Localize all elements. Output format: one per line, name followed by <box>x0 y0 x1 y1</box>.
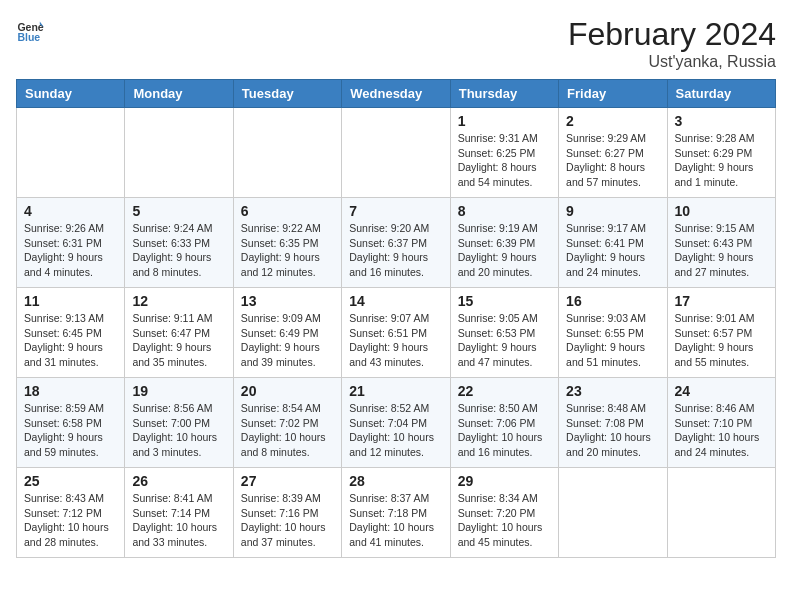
day-info: Sunrise: 9:26 AMSunset: 6:31 PMDaylight:… <box>24 221 117 280</box>
day-number: 5 <box>132 203 225 219</box>
calendar-cell: 20Sunrise: 8:54 AMSunset: 7:02 PMDayligh… <box>233 378 341 468</box>
day-number: 4 <box>24 203 117 219</box>
day-number: 12 <box>132 293 225 309</box>
calendar-cell: 10Sunrise: 9:15 AMSunset: 6:43 PMDayligh… <box>667 198 775 288</box>
day-number: 15 <box>458 293 551 309</box>
day-number: 13 <box>241 293 334 309</box>
day-number: 20 <box>241 383 334 399</box>
day-number: 10 <box>675 203 768 219</box>
calendar-week-1: 1Sunrise: 9:31 AMSunset: 6:25 PMDaylight… <box>17 108 776 198</box>
day-number: 2 <box>566 113 659 129</box>
calendar-cell: 18Sunrise: 8:59 AMSunset: 6:58 PMDayligh… <box>17 378 125 468</box>
day-info: Sunrise: 8:41 AMSunset: 7:14 PMDaylight:… <box>132 491 225 550</box>
calendar-cell <box>667 468 775 558</box>
day-info: Sunrise: 8:48 AMSunset: 7:08 PMDaylight:… <box>566 401 659 460</box>
day-info: Sunrise: 8:59 AMSunset: 6:58 PMDaylight:… <box>24 401 117 460</box>
title-block: February 2024 Ust'yanka, Russia <box>568 16 776 71</box>
day-info: Sunrise: 9:19 AMSunset: 6:39 PMDaylight:… <box>458 221 551 280</box>
day-number: 27 <box>241 473 334 489</box>
day-number: 7 <box>349 203 442 219</box>
day-header-saturday: Saturday <box>667 80 775 108</box>
day-info: Sunrise: 9:31 AMSunset: 6:25 PMDaylight:… <box>458 131 551 190</box>
calendar-cell: 3Sunrise: 9:28 AMSunset: 6:29 PMDaylight… <box>667 108 775 198</box>
logo-icon: General Blue <box>16 16 44 44</box>
day-info: Sunrise: 9:03 AMSunset: 6:55 PMDaylight:… <box>566 311 659 370</box>
calendar-cell: 8Sunrise: 9:19 AMSunset: 6:39 PMDaylight… <box>450 198 558 288</box>
calendar-cell: 4Sunrise: 9:26 AMSunset: 6:31 PMDaylight… <box>17 198 125 288</box>
day-info: Sunrise: 9:05 AMSunset: 6:53 PMDaylight:… <box>458 311 551 370</box>
day-number: 25 <box>24 473 117 489</box>
calendar-week-5: 25Sunrise: 8:43 AMSunset: 7:12 PMDayligh… <box>17 468 776 558</box>
day-info: Sunrise: 9:20 AMSunset: 6:37 PMDaylight:… <box>349 221 442 280</box>
calendar-cell: 26Sunrise: 8:41 AMSunset: 7:14 PMDayligh… <box>125 468 233 558</box>
calendar-cell: 9Sunrise: 9:17 AMSunset: 6:41 PMDaylight… <box>559 198 667 288</box>
calendar-cell <box>342 108 450 198</box>
day-header-friday: Friday <box>559 80 667 108</box>
day-number: 8 <box>458 203 551 219</box>
calendar-cell: 2Sunrise: 9:29 AMSunset: 6:27 PMDaylight… <box>559 108 667 198</box>
day-info: Sunrise: 8:54 AMSunset: 7:02 PMDaylight:… <box>241 401 334 460</box>
day-number: 21 <box>349 383 442 399</box>
day-number: 16 <box>566 293 659 309</box>
day-info: Sunrise: 8:46 AMSunset: 7:10 PMDaylight:… <box>675 401 768 460</box>
day-number: 23 <box>566 383 659 399</box>
calendar-cell: 13Sunrise: 9:09 AMSunset: 6:49 PMDayligh… <box>233 288 341 378</box>
day-header-tuesday: Tuesday <box>233 80 341 108</box>
calendar-cell <box>559 468 667 558</box>
day-number: 17 <box>675 293 768 309</box>
day-number: 24 <box>675 383 768 399</box>
logo: General Blue <box>16 16 44 44</box>
calendar-cell: 19Sunrise: 8:56 AMSunset: 7:00 PMDayligh… <box>125 378 233 468</box>
day-number: 29 <box>458 473 551 489</box>
calendar-cell: 1Sunrise: 9:31 AMSunset: 6:25 PMDaylight… <box>450 108 558 198</box>
day-info: Sunrise: 8:43 AMSunset: 7:12 PMDaylight:… <box>24 491 117 550</box>
calendar-cell: 24Sunrise: 8:46 AMSunset: 7:10 PMDayligh… <box>667 378 775 468</box>
day-info: Sunrise: 9:24 AMSunset: 6:33 PMDaylight:… <box>132 221 225 280</box>
day-info: Sunrise: 9:22 AMSunset: 6:35 PMDaylight:… <box>241 221 334 280</box>
day-info: Sunrise: 8:50 AMSunset: 7:06 PMDaylight:… <box>458 401 551 460</box>
calendar-cell: 21Sunrise: 8:52 AMSunset: 7:04 PMDayligh… <box>342 378 450 468</box>
day-number: 6 <box>241 203 334 219</box>
calendar-cell: 12Sunrise: 9:11 AMSunset: 6:47 PMDayligh… <box>125 288 233 378</box>
calendar-week-3: 11Sunrise: 9:13 AMSunset: 6:45 PMDayligh… <box>17 288 776 378</box>
day-number: 9 <box>566 203 659 219</box>
calendar-header-row: SundayMondayTuesdayWednesdayThursdayFrid… <box>17 80 776 108</box>
day-number: 3 <box>675 113 768 129</box>
calendar-cell: 16Sunrise: 9:03 AMSunset: 6:55 PMDayligh… <box>559 288 667 378</box>
calendar-cell: 28Sunrise: 8:37 AMSunset: 7:18 PMDayligh… <box>342 468 450 558</box>
subtitle: Ust'yanka, Russia <box>568 53 776 71</box>
calendar-cell: 22Sunrise: 8:50 AMSunset: 7:06 PMDayligh… <box>450 378 558 468</box>
calendar-cell: 6Sunrise: 9:22 AMSunset: 6:35 PMDaylight… <box>233 198 341 288</box>
calendar-cell: 5Sunrise: 9:24 AMSunset: 6:33 PMDaylight… <box>125 198 233 288</box>
day-info: Sunrise: 9:28 AMSunset: 6:29 PMDaylight:… <box>675 131 768 190</box>
day-info: Sunrise: 8:56 AMSunset: 7:00 PMDaylight:… <box>132 401 225 460</box>
day-number: 1 <box>458 113 551 129</box>
day-header-monday: Monday <box>125 80 233 108</box>
day-number: 18 <box>24 383 117 399</box>
calendar-cell <box>233 108 341 198</box>
calendar-cell: 25Sunrise: 8:43 AMSunset: 7:12 PMDayligh… <box>17 468 125 558</box>
page-header: General Blue February 2024 Ust'yanka, Ru… <box>16 16 776 71</box>
day-info: Sunrise: 9:13 AMSunset: 6:45 PMDaylight:… <box>24 311 117 370</box>
day-info: Sunrise: 9:09 AMSunset: 6:49 PMDaylight:… <box>241 311 334 370</box>
calendar-table: SundayMondayTuesdayWednesdayThursdayFrid… <box>16 79 776 558</box>
day-number: 28 <box>349 473 442 489</box>
calendar-cell <box>125 108 233 198</box>
main-title: February 2024 <box>568 16 776 53</box>
calendar-cell: 7Sunrise: 9:20 AMSunset: 6:37 PMDaylight… <box>342 198 450 288</box>
day-info: Sunrise: 9:15 AMSunset: 6:43 PMDaylight:… <box>675 221 768 280</box>
calendar-cell: 23Sunrise: 8:48 AMSunset: 7:08 PMDayligh… <box>559 378 667 468</box>
day-info: Sunrise: 8:34 AMSunset: 7:20 PMDaylight:… <box>458 491 551 550</box>
calendar-week-2: 4Sunrise: 9:26 AMSunset: 6:31 PMDaylight… <box>17 198 776 288</box>
day-number: 19 <box>132 383 225 399</box>
calendar-week-4: 18Sunrise: 8:59 AMSunset: 6:58 PMDayligh… <box>17 378 776 468</box>
day-number: 22 <box>458 383 551 399</box>
day-info: Sunrise: 8:39 AMSunset: 7:16 PMDaylight:… <box>241 491 334 550</box>
day-info: Sunrise: 9:11 AMSunset: 6:47 PMDaylight:… <box>132 311 225 370</box>
day-header-wednesday: Wednesday <box>342 80 450 108</box>
day-header-thursday: Thursday <box>450 80 558 108</box>
calendar-cell: 27Sunrise: 8:39 AMSunset: 7:16 PMDayligh… <box>233 468 341 558</box>
day-info: Sunrise: 8:52 AMSunset: 7:04 PMDaylight:… <box>349 401 442 460</box>
day-info: Sunrise: 9:07 AMSunset: 6:51 PMDaylight:… <box>349 311 442 370</box>
day-header-sunday: Sunday <box>17 80 125 108</box>
